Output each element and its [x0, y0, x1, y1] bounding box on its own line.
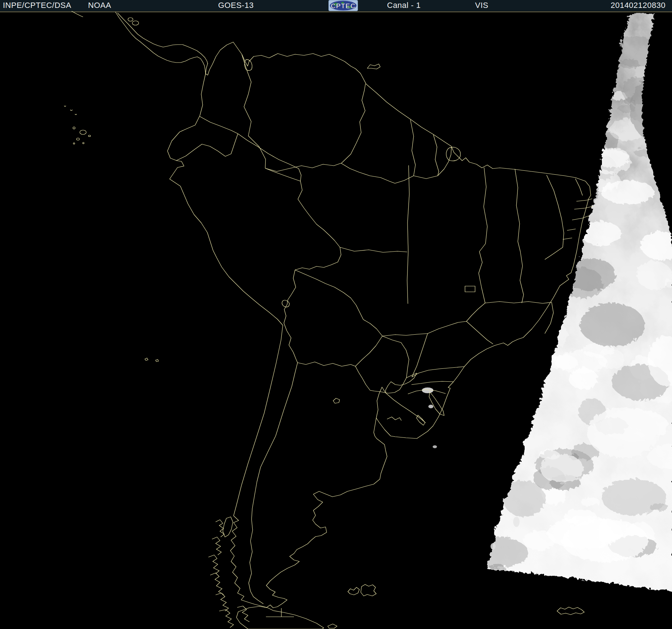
- noaa-label: NOAA: [88, 0, 111, 11]
- outline-lagoa-dos-patos: [429, 392, 444, 415]
- outline-south-georgia: [557, 607, 584, 615]
- title-bar: INPE/CPTEC/DSA NOAA GOES-13 Canal - 1 VI…: [0, 0, 672, 11]
- outline-border-guyana-suriname: [410, 120, 415, 176]
- outline-border-peru-brazil: [298, 181, 340, 247]
- outline-border-chile-argentina: [249, 363, 298, 604]
- outline-lake-titicaca: [282, 300, 290, 307]
- outline-border-bolivia-chile: [284, 323, 298, 363]
- outline-state-pb-pe: [574, 206, 593, 209]
- outline-state-mt-ms: [382, 334, 428, 336]
- cloud-speck: [433, 445, 437, 448]
- sunlit-cloud-region: [459, 12, 672, 594]
- outline-lake-mar-chiquita: [333, 398, 340, 403]
- outline-fjords-3: [208, 555, 219, 574]
- outline-border-bolivia-paraguay: [355, 336, 382, 366]
- outline-state-pe-ba: [545, 247, 563, 260]
- band-label: VIS: [475, 0, 488, 11]
- outline-state-am-south: [340, 247, 407, 252]
- logo-text: CPTEC: [331, 2, 355, 10]
- outline-state-mg-sp: [466, 321, 493, 344]
- outline-staten-island: [328, 624, 337, 628]
- outline-state-pr-sc: [411, 381, 454, 385]
- outline-border-panama-colombia: [206, 63, 208, 74]
- cloud-speck: [428, 405, 433, 408]
- channel-label: Canal - 1: [387, 0, 421, 11]
- outline-border-colombia-peru: [238, 134, 301, 181]
- outline-border-peru-bolivia: [284, 270, 296, 323]
- outline-border-paraguay-brazil: [382, 336, 409, 378]
- outline-border-guiana-watershed: [395, 176, 438, 183]
- outline-border-peru-acre: [295, 247, 341, 270]
- outline-state-to-araguaia: [479, 244, 485, 303]
- agency-label: INPE/CPTEC/DSA: [3, 0, 71, 11]
- outline-fjords-2: [212, 537, 221, 555]
- outline-state-mg-es: [545, 302, 553, 334]
- outline-state-go-ms: [428, 321, 466, 334]
- outline-ca-pacific-coast: [115, 12, 206, 74]
- cptec-logo: CPTEC: [328, 0, 358, 11]
- outline-state-al-se: [567, 229, 576, 230]
- outline-trinidad: [367, 64, 380, 69]
- cloud-speck: [491, 543, 496, 550]
- outline-border-guyana-brazil: [341, 163, 395, 183]
- satellite-image-viewer: INPE/CPTEC/DSA NOAA GOES-13 Canal - 1 VI…: [0, 0, 672, 629]
- cloud-speck: [579, 302, 643, 345]
- cloud-speck: [568, 367, 597, 388]
- outline-border-venezuela-brazil: [265, 163, 341, 171]
- outline-nicaragua-lakes: [128, 18, 139, 25]
- outline-tierra-del-fuego: [236, 606, 324, 629]
- outline-state-se-ba: [563, 238, 572, 239]
- outline-marajo-island: [446, 147, 461, 161]
- outline-pacific-islets: [145, 358, 158, 362]
- cloud-speck: [513, 517, 520, 527]
- outline-lake-maracaibo: [244, 60, 252, 71]
- outline-state-pe-al: [572, 216, 589, 220]
- satellite-label: GOES-13: [218, 0, 254, 11]
- outline-falkland-west: [348, 587, 359, 595]
- outline-fjords-1: [216, 520, 224, 537]
- outline-state-sp-pr: [412, 367, 464, 377]
- outline-state-am-pa: [407, 165, 409, 304]
- outline-galapagos: [64, 106, 91, 144]
- timestamp-label: 201402120830: [611, 0, 666, 11]
- outline-fjords-4: [210, 573, 224, 594]
- outline-state-ms-sp: [412, 334, 428, 377]
- outline-ca-caribbean-coast: [118, 13, 208, 64]
- outline-state-ce-rn: [575, 179, 583, 196]
- outline-state-pa-ma: [484, 167, 487, 244]
- outline-state-ba-west: [520, 252, 524, 303]
- outline-guatemala-coast: [70, 10, 83, 17]
- cloud-speck: [561, 518, 647, 561]
- outline-border-venezuela-guyana: [341, 84, 365, 163]
- outline-border-colombia-venezuela: [242, 55, 266, 168]
- outline-rio-negro-reservoir: [387, 417, 401, 421]
- cloud-speck: [586, 406, 658, 456]
- outline-state-ba-mg: [485, 302, 552, 303]
- outline-border-suriname-frguiana: [433, 135, 439, 176]
- outline-fjords-6: [219, 610, 234, 628]
- outline-border-ecuador-peru: [176, 134, 238, 161]
- outline-fjords-5: [216, 593, 229, 611]
- outline-state-df-square: [465, 286, 475, 292]
- outline-border-frguiana-brazil: [438, 147, 451, 176]
- outline-falkland-east: [361, 584, 376, 596]
- outline-state-ma-pi: [515, 169, 520, 252]
- satellite-map: [0, 0, 672, 629]
- outline-state-go-mg: [466, 303, 485, 321]
- outline-border-bolivia-brazil: [295, 270, 382, 336]
- outline-border-colombia-ecuador: [200, 116, 238, 134]
- outline-border-brazil-uruguay: [386, 393, 425, 423]
- outline-border-bolivia-argentina: [298, 362, 355, 366]
- cloud-speck: [564, 257, 615, 289]
- cloud-speck: [539, 453, 582, 482]
- outline-state-rn-pb: [576, 199, 592, 201]
- cloud-speck: [600, 478, 665, 514]
- outline-state-pi-ce: [547, 175, 564, 247]
